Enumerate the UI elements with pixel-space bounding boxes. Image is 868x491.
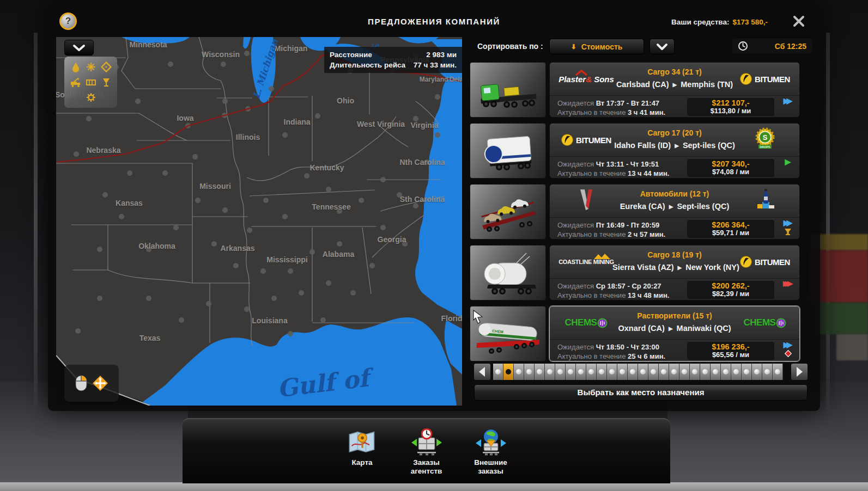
pagination-dot[interactable]	[555, 364, 566, 380]
route-to: New York (NY)	[685, 263, 739, 272]
dock-item-external-orders[interactable]: Внешниезаказы	[463, 427, 519, 476]
price-per-mile: $74,08 / ми	[687, 168, 774, 176]
route-arrow-icon: ▶	[673, 82, 677, 88]
state-label: Mississippi	[266, 255, 307, 264]
cargo-title: Растворители (15 т)	[618, 311, 731, 320]
bottom-dock: Карта Заказыагентств Внешниезаказы	[183, 418, 670, 483]
route-from: Carlsbad (CA)	[616, 80, 669, 89]
cargo-thumbnail[interactable]	[470, 245, 546, 300]
valid-label: Актуально в течение	[557, 291, 626, 299]
pagination-dot[interactable]	[514, 364, 524, 380]
pagination-dot[interactable]	[597, 364, 607, 380]
plaster-and-sons-logo: Plaster& Sons	[559, 75, 614, 84]
urgency-high-icon: ▶▶▶	[783, 279, 793, 288]
select-destination-button[interactable]: Выбрать как место назначения	[474, 384, 808, 401]
pagination-next-icon[interactable]	[791, 364, 808, 380]
pagination-dot[interactable]	[700, 364, 711, 380]
funds-display: Ваши средства:$173 580,-	[671, 18, 768, 26]
offer-price: $207 340,-	[687, 159, 774, 168]
fragile-snowflake-icon	[85, 61, 97, 73]
pagination-dot[interactable]	[659, 364, 669, 380]
cargo-thumbnail[interactable]	[470, 62, 546, 118]
price-box: $207 340,- $74,08 / ми	[687, 159, 774, 177]
state-label: Iowa	[177, 114, 193, 122]
pagination-dot[interactable]	[524, 364, 535, 380]
pagination-dot[interactable]	[566, 364, 576, 380]
pagination-dot[interactable]	[493, 364, 503, 380]
offer-flags: ▶▶▶	[780, 279, 796, 288]
fuel-drop-icon	[70, 61, 82, 73]
route-from: Eureka (CA)	[620, 202, 665, 211]
pagination-dot[interactable]	[617, 364, 628, 380]
cargo-thumbnail[interactable]	[470, 184, 546, 240]
pagination-dot[interactable]	[679, 364, 690, 380]
offer-card[interactable]: Plaster& Sons Cargo 34 (21 т) Carlsbad (…	[549, 62, 800, 118]
recipient-company-logo: SDROPS	[733, 125, 797, 155]
pagination-dot[interactable]	[752, 364, 762, 380]
pagination-dot[interactable]	[762, 364, 773, 380]
offer-card-header: Автомобили (12 т) Eureka (CA)▶Sept-iles …	[550, 185, 799, 218]
route-map[interactable]: MinnesotaWisconsinMichiganSouth DakotaIo…	[56, 37, 462, 406]
offer-card[interactable]: Автомобили (12 т) Eureka (CA)▶Sept-iles …	[549, 184, 800, 240]
state-label: Georgia	[378, 235, 406, 244]
offer-card-details: Ожидается Чт 18:50 - Чт 23:00 Актуально …	[550, 340, 799, 361]
pillar	[34, 33, 38, 414]
recipient-company-logo: CHEMS	[733, 308, 797, 337]
pagination-dot[interactable]	[535, 364, 545, 380]
urgency-medium-icon: ▶▶	[784, 96, 793, 105]
cargo-thumbnail[interactable]: CHEM	[470, 306, 546, 361]
dock-item-map[interactable]: Карта	[334, 427, 391, 476]
crate	[816, 303, 868, 334]
state-label: Virginia	[410, 121, 438, 130]
pagination-dot[interactable]	[545, 364, 555, 380]
v-company-logo	[574, 187, 599, 214]
pagination-dot[interactable]	[503, 364, 514, 380]
pagination-dot[interactable]	[690, 364, 700, 380]
cargo-thumbnail[interactable]	[470, 123, 546, 179]
pagination-prev-icon[interactable]	[474, 364, 490, 380]
dock-item-agent-orders[interactable]: Заказыагентств	[398, 427, 455, 476]
state-label: Tennessee	[312, 202, 350, 211]
state-label: Minnesota	[129, 40, 167, 49]
pagination-dot[interactable]	[576, 364, 586, 380]
map-legend-collapse-button[interactable]	[64, 40, 94, 56]
pagination-dot[interactable]	[742, 364, 752, 380]
pagination-dot[interactable]	[586, 364, 597, 380]
offer-card[interactable]: CHEMS Растворители (15 т) Oxnard (CA)▶Ma…	[549, 306, 800, 361]
route-text: Eureka (CA)▶Sept-iles (QC)	[612, 202, 737, 211]
pagination-dot[interactable]	[721, 364, 731, 380]
container-icon	[85, 76, 97, 88]
pagination-dot[interactable]	[711, 364, 721, 380]
pagination-dot[interactable]	[607, 364, 617, 380]
pagination-dot[interactable]	[638, 364, 648, 380]
state-label: Kentucky	[309, 163, 344, 172]
offer-flags: ▶	[780, 157, 796, 166]
mouse-cursor	[473, 310, 486, 326]
offer-times: Ожидается Вт 17:37 - Вт 21:47 Актуально …	[557, 99, 665, 117]
route-from: Idaho Falls (ID)	[614, 141, 671, 150]
pagination-dot[interactable]	[669, 364, 679, 380]
pagination-dot[interactable]	[648, 364, 659, 380]
pagination-dot[interactable]	[731, 364, 742, 380]
pagination-dot[interactable]	[628, 364, 638, 380]
distance-label: Расстояние	[330, 50, 372, 60]
valuables-goblet-icon	[100, 76, 112, 88]
offer-card[interactable]: BITUMEN Cargo 17 (20 т) Idaho Falls (ID)…	[549, 123, 800, 179]
route-text: Carlsbad (CA)▶Memphis (TN)	[612, 80, 737, 89]
state-label: Wisconsin	[202, 50, 240, 59]
expected-label: Ожидается	[557, 221, 594, 229]
recipient-company-logo: BITUMEN	[733, 64, 797, 94]
route-to: Memphis (TN)	[681, 80, 733, 89]
price-per-mile: $82,39 / ми	[687, 290, 774, 298]
state-label: Delaw	[450, 76, 462, 83]
cargo-title: Cargo 17 (20 т)	[618, 128, 731, 137]
offer-card[interactable]: COASTLINE MINING Cargo 18 (19 т) Sierra …	[549, 245, 800, 300]
sort-dropdown-chevron[interactable]	[650, 39, 675, 54]
offer-row: BITUMEN Cargo 17 (20 т) Idaho Falls (ID)…	[470, 123, 812, 179]
company-offers-dialog: ? ПРЕДЛОЖЕНИЯ КОМПАНИЙ Ваши средства:$17…	[48, 5, 820, 411]
close-icon[interactable]	[792, 14, 806, 28]
expected-window: Чт 13:11 - Чт 19:51	[596, 160, 659, 168]
coastline-mining-logo: COASTLINE MINING	[559, 259, 614, 265]
pagination-dot[interactable]	[773, 364, 783, 380]
sort-dropdown[interactable]: ⬇ Стоимость	[549, 39, 644, 54]
